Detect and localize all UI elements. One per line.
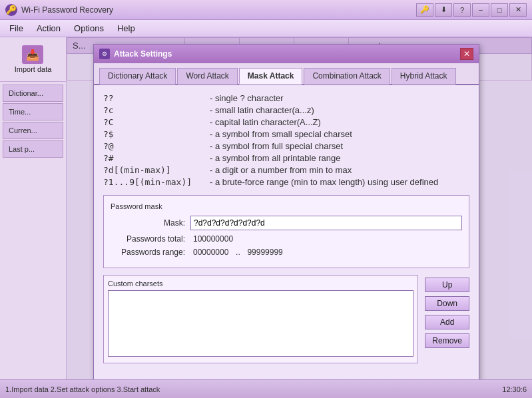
tab-bar: Dictionary Attack Word Attack Mask Attac…: [94, 63, 479, 85]
info-row-3: ?C - capital latin character(A...Z): [103, 117, 469, 127]
mask-input[interactable]: [190, 216, 462, 230]
charsets-section: Custom charsets Up Down Add Remove: [103, 275, 469, 363]
status-time: 12:30:6: [502, 385, 527, 393]
minimize-btn[interactable]: −: [472, 3, 489, 17]
info-code-5: ?@: [103, 141, 210, 151]
info-desc-4: - a symbol from small special charset: [210, 129, 352, 139]
info-code-8: ?1...9[(min-max)]: [103, 177, 210, 187]
range-row: Passwords range: 00000000 .. 99999999: [111, 248, 462, 257]
main-area: 📥 Import data Dictionar... Time... Curre…: [0, 37, 532, 379]
toolbar: 📥 Import data: [0, 37, 66, 82]
menubar: File Action Options Help: [0, 20, 532, 37]
info-code-6: ?#: [103, 153, 210, 163]
lock-icon-btn[interactable]: 🔑: [416, 3, 433, 17]
sidebar-item-dictionary[interactable]: Dictionar...: [3, 85, 63, 102]
info-desc-2: - small latin character(a...z): [210, 105, 314, 115]
info-desc-5: - a symbol from full special charset: [210, 141, 343, 151]
import-icon: 📥: [22, 45, 43, 64]
app-icon: 🔑: [5, 4, 17, 16]
info-desc-6: - a symbol from all printable range: [210, 153, 341, 163]
statusbar: 1.Import data 2.Set attack options 3.Sta…: [0, 379, 532, 398]
range-from: 00000000: [190, 248, 228, 257]
tab-hybrid-attack[interactable]: Hybrid Attack: [392, 68, 456, 85]
down-btn[interactable]: Down: [425, 296, 469, 311]
dialog-close-btn[interactable]: ✕: [460, 48, 473, 60]
info-code-1: ??: [103, 93, 210, 103]
range-dots: ..: [228, 248, 244, 257]
info-row-6: ?# - a symbol from all printable range: [103, 153, 469, 163]
app-title: Wi-Fi Password Recovery: [21, 5, 416, 15]
range-to: 99999999: [244, 248, 282, 257]
sidebar-item-current[interactable]: Curren...: [3, 122, 63, 139]
info-row-2: ?c - small latin character(a...z): [103, 105, 469, 115]
info-desc-8: - a brute-force range (min to max length…: [210, 177, 438, 187]
sidebar-item-last[interactable]: Last p...: [3, 140, 63, 158]
dialog-icon: ⚙: [99, 49, 110, 59]
titlebar: 🔑 Wi-Fi Password Recovery 🔑 ⬇ ? − □ ✕: [0, 0, 532, 20]
total-label: Passwords total:: [111, 234, 190, 244]
window-controls: 🔑 ⬇ ? − □ ✕: [416, 3, 527, 17]
import-data-btn[interactable]: 📥 Import data: [12, 43, 55, 76]
info-desc-1: - single ? character: [210, 93, 284, 103]
info-row-8: ?1...9[(min-max)] - a brute-force range …: [103, 177, 469, 187]
charsets-label: Custom charsets: [108, 280, 413, 288]
charsets-box: Custom charsets: [103, 275, 418, 363]
help-icon-btn[interactable]: ?: [453, 3, 471, 17]
menu-file[interactable]: File: [3, 21, 30, 36]
dialog-content: ?? - single ? character ?c - small latin…: [94, 85, 479, 379]
range-label: Passwords range:: [111, 248, 190, 257]
attack-settings-dialog: ⚙ Attack Settings ✕ Dictionary Attack Wo…: [93, 44, 479, 398]
info-row-5: ?@ - a symbol from full special charset: [103, 141, 469, 151]
remove-btn[interactable]: Remove: [425, 333, 469, 348]
content-area: S... mment ⚙ Attack Settings ✕: [67, 37, 532, 379]
mask-info-table: ?? - single ? character ?c - small latin…: [103, 93, 469, 187]
total-value: 100000000: [190, 234, 233, 244]
info-desc-3: - capital latin character(A...Z): [210, 117, 321, 127]
info-code-7: ?d[(min-max)]: [103, 165, 210, 175]
mask-row: Mask:: [111, 216, 462, 230]
up-btn[interactable]: Up: [425, 278, 469, 292]
charsets-buttons: Up Down Add Remove: [425, 275, 469, 363]
info-row-4: ?$ - a symbol from small special charset: [103, 129, 469, 139]
add-btn[interactable]: Add: [425, 315, 469, 329]
tab-combination-attack[interactable]: Combination Attack: [304, 68, 390, 85]
status-text: 1.Import data 2.Set attack options 3.Sta…: [5, 385, 160, 393]
menu-action[interactable]: Action: [30, 21, 67, 36]
charsets-textarea[interactable]: [108, 290, 413, 357]
info-row-7: ?d[(min-max)] - a digit or a number from…: [103, 165, 469, 175]
tab-mask-attack[interactable]: Mask Attack: [239, 68, 303, 85]
sidebar-item-time[interactable]: Time...: [3, 103, 63, 120]
tab-word-attack[interactable]: Word Attack: [177, 68, 237, 85]
maximize-btn[interactable]: □: [491, 3, 508, 17]
tab-dictionary-attack[interactable]: Dictionary Attack: [99, 68, 176, 85]
dialog-title: Attack Settings: [114, 49, 460, 59]
total-row: Passwords total: 100000000: [111, 234, 462, 244]
import-label: Import data: [15, 65, 52, 73]
menu-help[interactable]: Help: [111, 21, 142, 36]
info-code-2: ?c: [103, 105, 210, 115]
section-legend: Password mask: [111, 202, 462, 210]
dialog-titlebar: ⚙ Attack Settings ✕: [94, 45, 479, 63]
close-btn[interactable]: ✕: [509, 3, 527, 17]
info-desc-7: - a digit or a number from min to max: [210, 165, 352, 175]
password-mask-section: Password mask Mask: Passwords total: 100…: [103, 195, 469, 268]
menu-options[interactable]: Options: [67, 21, 111, 36]
info-code-3: ?C: [103, 117, 210, 127]
mask-label: Mask:: [111, 218, 190, 228]
info-row-1: ?? - single ? character: [103, 93, 469, 103]
download-icon-btn[interactable]: ⬇: [435, 3, 452, 17]
info-code-4: ?$: [103, 129, 210, 139]
